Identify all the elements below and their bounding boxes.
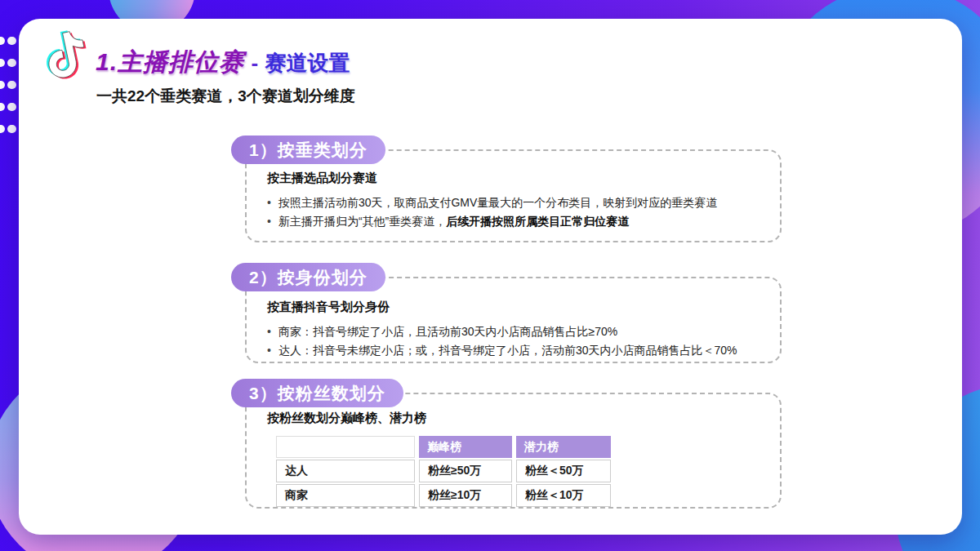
- tiktok-logo-icon: [32, 21, 101, 87]
- bullet-item: •商家：抖音号绑定了小店，且活动前30天内小店商品销售占比≥70%: [267, 322, 764, 341]
- page-title-sub: 赛道设置: [265, 51, 350, 75]
- bullet-dot-icon: •: [267, 341, 271, 360]
- decor-dot: [7, 59, 16, 67]
- bullet-item: •达人：抖音号未绑定小店；或，抖音号绑定了小店，活动前30天内小店商品销售占比＜…: [267, 341, 764, 360]
- decor-dots-grid: [0, 37, 16, 133]
- section-1-heading: 按主播选品划分赛道: [267, 171, 764, 186]
- section-2-heading: 按直播抖音号划分身份: [267, 300, 764, 315]
- bullet-text: 达人：抖音号未绑定小店；或，抖音号绑定了小店，活动前30天内小店商品销售占比＜7…: [278, 341, 737, 360]
- fans-table-cell: 粉丝≥50万: [419, 460, 512, 482]
- bullet-text: 商家：抖音号绑定了小店，且活动前30天内小店商品销售占比≥70%: [278, 322, 617, 341]
- fans-table-cell: 粉丝＜10万: [516, 484, 611, 507]
- slide-card: 1.主播排位赛 - 赛道设置 一共22个垂类赛道，3个赛道划分维度 1）按垂类划…: [19, 19, 962, 535]
- bullet-text: 按照主播活动前30天，取商品支付GMV量最大的一个分布类目，映射到对应的垂类赛道: [278, 193, 717, 212]
- fans-table-header-cell: 潜力榜: [516, 436, 611, 458]
- fans-table-header-cell: [276, 436, 415, 458]
- page-title: 1.主播排位赛 - 赛道设置: [96, 46, 350, 79]
- section-1-badge: 1）按垂类划分: [231, 136, 385, 164]
- bullet-dot-icon: •: [267, 193, 271, 212]
- section-1-bullets: •按照主播活动前30天，取商品支付GMV量最大的一个分布类目，映射到对应的垂类赛…: [267, 193, 764, 231]
- decor-dot: [7, 81, 16, 89]
- bullet-dot-icon: •: [267, 322, 271, 341]
- decor-dot: [0, 103, 5, 111]
- section-3-badge: 3）按粉丝数划分: [231, 379, 403, 407]
- decor-dot: [0, 59, 5, 67]
- fans-table-cell: 达人: [276, 460, 415, 482]
- slide: { "slide": { "title_main": "1.主播排位赛", "t…: [0, 0, 980, 551]
- fans-table-row: 商家粉丝≥10万粉丝＜10万: [276, 484, 611, 507]
- section-2-bullets: •商家：抖音号绑定了小店，且活动前30天内小店商品销售占比≥70%•达人：抖音号…: [267, 322, 764, 360]
- page-subtitle: 一共22个垂类赛道，3个赛道划分维度: [96, 86, 355, 107]
- page-title-main: 1.主播排位赛: [96, 48, 244, 75]
- section-3-heading: 按粉丝数划分巅峰榜、潜力榜: [267, 411, 764, 426]
- decor-dot: [0, 125, 5, 133]
- decor-dot: [7, 103, 16, 111]
- fans-table-cell: 粉丝≥10万: [419, 484, 512, 507]
- fans-table: 巅峰榜潜力榜达人粉丝≥50万粉丝＜50万商家粉丝≥10万粉丝＜10万: [272, 434, 615, 509]
- decor-dot: [7, 125, 16, 133]
- bullet-text: 新主播开播归为“其他”垂类赛道，后续开播按照所属类目正常归位赛道: [278, 212, 629, 231]
- bullet-dot-icon: •: [267, 212, 271, 231]
- section-3-panel: 按粉丝数划分巅峰榜、潜力榜 巅峰榜潜力榜达人粉丝≥50万粉丝＜50万商家粉丝≥1…: [245, 393, 782, 509]
- page-title-separator: -: [251, 51, 258, 75]
- decor-dot: [0, 81, 5, 89]
- bullet-item: •新主播开播归为“其他”垂类赛道，后续开播按照所属类目正常归位赛道: [267, 212, 764, 231]
- section-2-badge: 2）按身份划分: [231, 263, 385, 291]
- decor-dot: [0, 37, 5, 45]
- fans-table-cell: 粉丝＜50万: [516, 460, 611, 482]
- bullet-item: •按照主播活动前30天，取商品支付GMV量最大的一个分布类目，映射到对应的垂类赛…: [267, 193, 764, 212]
- fans-table-header-cell: 巅峰榜: [419, 436, 512, 458]
- fans-table-row: 达人粉丝≥50万粉丝＜50万: [276, 460, 611, 482]
- fans-table-cell: 商家: [276, 484, 415, 507]
- decor-dot: [7, 37, 16, 45]
